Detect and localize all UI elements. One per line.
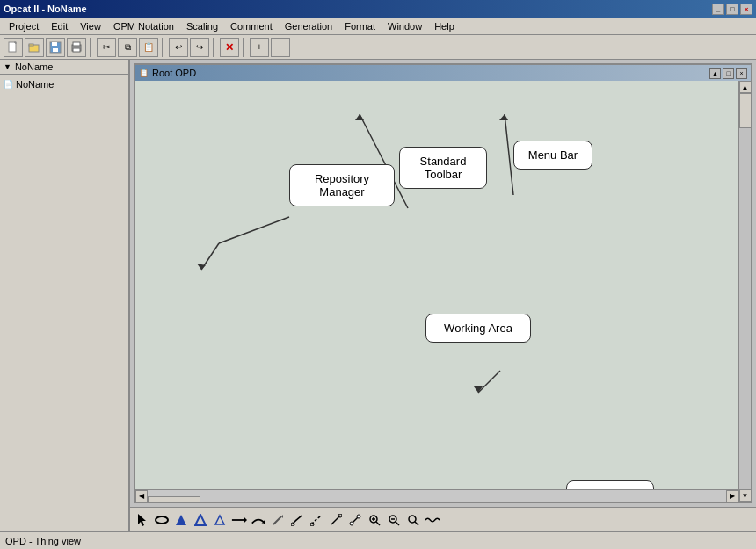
redo-button[interactable]: ↪ [190,38,209,57]
opd-window: 📋 Root OPD ▲ □ × [134,63,752,503]
opd-scrollbar-bottom: ◀ ▶ [135,489,738,502]
tri-small-button[interactable] [211,511,229,529]
paste-button[interactable]: 📋 [139,38,158,57]
svg-marker-23 [215,516,224,524]
select-tool-button[interactable] [134,511,151,529]
opd-restore-button[interactable]: ▲ [709,68,721,79]
scroll-v-thumb[interactable] [739,93,752,128]
pen2-button[interactable] [308,511,325,529]
menu-opm-notation[interactable]: OPM Notation [108,19,179,33]
svg-line-27 [273,516,281,524]
cut-button[interactable]: ✂ [97,38,116,57]
minimize-button[interactable]: _ [712,4,724,15]
svg-line-10 [201,243,219,270]
maximize-button[interactable]: □ [726,4,738,15]
callout-standard-toolbar: StandardToolbar [399,147,487,189]
repo-header: ▼ NoName [0,60,128,75]
opd-content-area: RepositoryManager StandardToolbar Menu B… [135,81,751,502]
print-button[interactable] [67,38,86,57]
svg-line-29 [273,524,273,525]
tree-item-label: NoName [16,79,54,90]
svg-line-14 [505,114,513,195]
tri-outline-button[interactable] [192,511,209,529]
svg-marker-11 [197,264,206,270]
menu-comment[interactable]: Comment [225,19,278,33]
toolbar-separator-2 [162,38,165,57]
undo-button[interactable]: ↩ [169,38,188,57]
zoom-in-tool-button[interactable] [366,511,383,529]
zoom-out-button[interactable]: − [271,38,290,57]
close-button[interactable]: × [740,4,752,15]
menu-project[interactable]: Project [4,19,44,33]
callout-repo-manager: RepositoryManager [289,164,395,206]
opd-close-button[interactable]: × [736,68,747,79]
pen3-button[interactable] [327,511,345,529]
scroll-left-button[interactable]: ◀ [135,490,148,502]
scroll-down-button[interactable]: ▼ [739,489,752,502]
open-button[interactable] [25,38,44,57]
copy-button[interactable]: ⧉ [118,38,137,57]
opd-titlebar-controls: ▲ □ × [709,68,747,79]
svg-rect-5 [53,48,58,52]
pen1-button[interactable] [288,511,306,529]
svg-point-33 [350,522,353,525]
menu-view[interactable]: View [75,19,106,33]
callout-working-area: Working Area [425,314,531,343]
opd-scrollbar-right: ▲ ▼ [738,81,751,502]
save-button[interactable] [46,38,65,57]
main-content: ▼ NoName 📄 NoName 📋 Root OPD ▲ □ × [0,60,756,531]
repo-tree-toggle[interactable]: ▼ [4,62,11,71]
repository-panel: ▼ NoName 📄 NoName [0,60,130,531]
menu-edit[interactable]: Edit [46,19,73,33]
menu-scaling[interactable]: Scaling [181,19,223,33]
opd-maximize-button[interactable]: □ [723,68,734,79]
scroll-right-button[interactable]: ▶ [726,490,738,502]
notation-toolbar [130,507,756,531]
ellipse-tool-button[interactable] [153,511,171,529]
svg-line-43 [415,522,418,525]
svg-marker-28 [281,515,283,518]
svg-line-9 [219,217,289,243]
menu-format[interactable]: Format [339,19,381,33]
svg-line-16 [478,371,500,393]
svg-point-42 [409,516,416,523]
tri-filled-button[interactable] [172,511,190,529]
tree-item-icon: 📄 [4,80,13,89]
tree-item-noname[interactable]: 📄 NoName [4,78,125,90]
callout-menu-bar: Menu Bar [513,141,592,170]
more-tool-button[interactable] [424,511,441,529]
scroll-up-button[interactable]: ▲ [739,81,752,93]
menu-window[interactable]: Window [382,19,427,33]
svg-marker-13 [355,114,364,120]
svg-rect-0 [9,42,16,52]
toolbar-separator-4 [243,38,246,57]
svg-marker-25 [244,516,247,523]
delete-button[interactable]: ✕ [220,38,239,57]
zoom-in-button[interactable]: + [250,38,269,57]
arrow-curved-button[interactable] [250,511,267,529]
arrow-right-button[interactable] [230,511,248,529]
svg-rect-4 [52,42,57,46]
opd-canvas[interactable]: RepositoryManager StandardToolbar Menu B… [135,81,738,489]
opd-window-title: Root OPD [152,68,196,78]
app-title: Opcat II - NoName [4,4,87,14]
zoom-out-tool-button[interactable] [385,511,403,529]
new-button[interactable] [4,38,23,57]
title-bar-controls: _ □ × [712,4,752,15]
toolbar-separator-1 [90,38,93,57]
opd-window-icon: 📋 [139,69,149,77]
standard-toolbar: ✂ ⧉ 📋 ↩ ↪ ✕ + − [0,35,756,60]
work-area: 📋 Root OPD ▲ □ × [130,60,756,531]
svg-marker-17 [474,386,483,393]
link-button[interactable] [346,511,364,529]
callout-menu-bar-label: Menu Bar [528,148,578,162]
menu-generation[interactable]: Generation [280,19,338,33]
callout-notation-toolbar: NotationToolbar [566,480,654,489]
zoom-region-button[interactable] [404,511,422,529]
callout-std-toolbar-label: StandardToolbar [420,155,467,181]
menu-help[interactable]: Help [429,19,460,33]
svg-marker-15 [499,114,508,120]
pencil-button[interactable] [269,511,287,529]
toolbar-separator-3 [213,38,216,57]
title-bar: Opcat II - NoName _ □ × [0,0,756,18]
